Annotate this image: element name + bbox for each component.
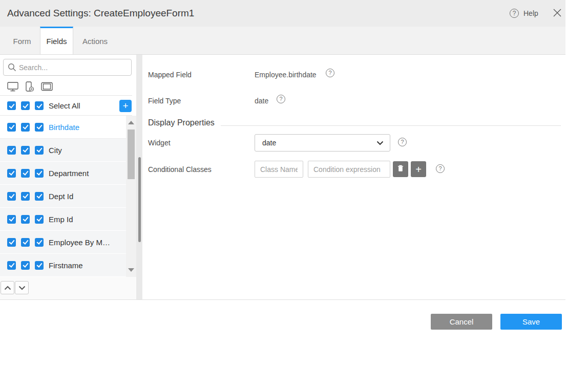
field-label: Firstname	[49, 261, 83, 270]
footer-divider	[0, 299, 565, 300]
checkbox-tablet[interactable]	[35, 101, 44, 110]
widget-label: Widget	[148, 139, 171, 147]
checkbox-tablet[interactable]	[35, 192, 44, 201]
save-button[interactable]: Save	[500, 314, 562, 330]
list-item-dept-id[interactable]: Dept Id	[0, 185, 126, 208]
list-item-emp-id[interactable]: Emp Id	[0, 208, 126, 231]
condition-expression-input[interactable]	[308, 161, 390, 178]
checkbox-desktop[interactable]	[7, 215, 16, 224]
field-list: Birthdate City Department Dept Id	[0, 116, 126, 277]
select-all-label: Select All	[49, 101, 80, 110]
checkbox-mobile[interactable]	[21, 169, 30, 178]
display-properties-section: Display Properties	[148, 118, 561, 127]
checkbox-desktop[interactable]	[7, 169, 16, 178]
add-field-button[interactable]	[119, 100, 132, 112]
checkbox-mobile[interactable]	[21, 146, 30, 155]
checkbox-desktop[interactable]	[7, 101, 16, 110]
field-label: City	[49, 146, 62, 155]
checkbox-desktop[interactable]	[7, 238, 16, 247]
checkbox-tablet[interactable]	[35, 169, 44, 178]
add-conditional-class-button[interactable]	[411, 161, 426, 177]
field-label: Birthdate	[49, 123, 79, 132]
device-toggle-row	[0, 78, 132, 96]
checkbox-tablet[interactable]	[35, 215, 44, 224]
tab-bar: Form Fields Actions	[0, 27, 565, 55]
checkbox-mobile[interactable]	[21, 123, 30, 132]
close-icon[interactable]	[552, 8, 562, 18]
checkbox-mobile[interactable]	[21, 215, 30, 224]
field-label: Employee By M…	[49, 238, 110, 247]
panel-scrollbar[interactable]	[136, 55, 142, 299]
field-type-help-icon[interactable]	[277, 95, 285, 103]
checkbox-tablet[interactable]	[35, 146, 44, 155]
checkbox-tablet[interactable]	[35, 261, 44, 270]
field-properties-panel: Mapped Field Employee.birthdate Field Ty…	[143, 55, 565, 299]
advanced-settings-dialog: Advanced Settings: CreateEmployeeForm1 H…	[0, 0, 588, 367]
checkbox-desktop[interactable]	[7, 146, 16, 155]
mobile-icon[interactable]	[25, 81, 34, 92]
checkbox-desktop[interactable]	[7, 192, 16, 201]
mapped-field-help-icon[interactable]	[326, 69, 334, 77]
select-all-row: Select All	[0, 96, 132, 116]
field-label: Emp Id	[49, 215, 73, 224]
section-divider	[221, 125, 561, 126]
tab-fields[interactable]: Fields	[40, 27, 73, 54]
mapped-field-value: Employee.birthdate	[255, 71, 317, 79]
mapped-field-label: Mapped Field	[148, 71, 192, 79]
chevron-down-icon	[376, 139, 384, 147]
search-box	[3, 59, 132, 76]
trash-icon	[397, 165, 404, 174]
scrollbar-thumb[interactable]	[128, 129, 135, 179]
conditional-classes-help-icon[interactable]	[436, 164, 445, 173]
field-type-value: date	[255, 97, 268, 105]
list-item-firstname[interactable]: Firstname	[0, 254, 126, 277]
widget-select[interactable]: date	[255, 134, 390, 152]
tab-actions[interactable]: Actions	[73, 27, 117, 54]
search-icon	[8, 63, 16, 72]
search-input[interactable]	[3, 59, 132, 76]
checkbox-tablet[interactable]	[35, 123, 44, 132]
checkbox-mobile[interactable]	[21, 101, 30, 110]
field-label: Department	[49, 169, 89, 178]
list-item-employee-by-m[interactable]: Employee By M…	[0, 231, 126, 254]
checkbox-desktop[interactable]	[7, 261, 16, 270]
field-label: Dept Id	[49, 192, 73, 201]
field-list-scrollbar[interactable]	[126, 116, 136, 277]
checkbox-mobile[interactable]	[21, 261, 30, 270]
checkbox-tablet[interactable]	[35, 238, 44, 247]
dialog-header: Advanced Settings: CreateEmployeeForm1 H…	[0, 0, 565, 27]
move-field-up-button[interactable]	[1, 281, 14, 294]
desktop-icon[interactable]	[7, 82, 18, 92]
widget-help-icon[interactable]	[398, 138, 407, 146]
scroll-up-arrow-icon[interactable]	[128, 121, 134, 124]
delete-conditional-class-button[interactable]	[393, 161, 408, 177]
checkbox-desktop[interactable]	[7, 123, 16, 132]
list-item-birthdate[interactable]: Birthdate	[0, 116, 126, 139]
cancel-button[interactable]: Cancel	[431, 314, 492, 330]
list-item-department[interactable]: Department	[0, 162, 126, 185]
tablet-icon[interactable]	[41, 82, 53, 91]
checkbox-mobile[interactable]	[21, 238, 30, 247]
scroll-down-arrow-icon[interactable]	[128, 268, 134, 272]
page-title: Advanced Settings: CreateEmployeeForm1	[7, 0, 194, 27]
tab-form[interactable]: Form	[4, 27, 40, 54]
field-type-label: Field Type	[148, 97, 181, 105]
fields-sidebar: Select All Birthdate City Department	[0, 55, 137, 299]
section-heading: Display Properties	[148, 118, 215, 127]
help-link[interactable]: Help	[523, 0, 538, 27]
scrollbar-thumb[interactable]	[138, 157, 141, 242]
widget-selected-value: date	[262, 139, 376, 147]
field-order-controls	[0, 277, 136, 299]
conditional-classes-label: Conditional Classes	[148, 165, 212, 174]
checkbox-mobile[interactable]	[21, 192, 30, 201]
move-field-down-button[interactable]	[15, 281, 29, 294]
help-icon[interactable]	[510, 9, 519, 18]
class-name-input[interactable]	[255, 161, 303, 178]
list-item-city[interactable]: City	[0, 139, 126, 162]
